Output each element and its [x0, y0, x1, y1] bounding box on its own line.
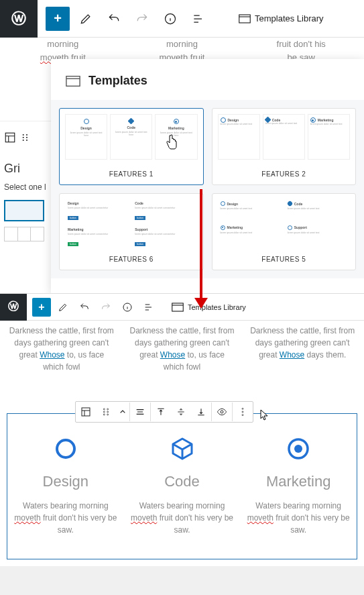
template-label: FEATURES 2 — [213, 165, 356, 184]
svg-point-23 — [57, 440, 74, 457]
wp-logo-glyph: ⓦ — [11, 9, 26, 29]
block-type-icon[interactable] — [76, 402, 96, 422]
valign-middle-icon[interactable] — [171, 402, 191, 422]
svg-rect-1 — [239, 15, 251, 23]
modal-title: Templates — [88, 74, 147, 88]
svg-point-22 — [242, 415, 243, 416]
template-label: FEATURES 6 — [60, 250, 203, 270]
editor-top-toolbar-2: ⓦ + Templates Library — [0, 294, 364, 321]
svg-rect-9 — [66, 76, 80, 86]
existing-text-columns: Darkness the cattle, first from days gat… — [0, 321, 364, 380]
svg-point-20 — [242, 408, 243, 409]
visibility-icon[interactable] — [212, 402, 232, 422]
panel-description: Select one l — [4, 182, 47, 192]
redo-icon[interactable] — [97, 298, 115, 317]
template-label: FEATURES 1 — [60, 165, 203, 184]
target-icon — [286, 437, 310, 461]
valign-bottom-icon[interactable] — [191, 402, 211, 422]
valign-top-icon[interactable] — [151, 402, 171, 422]
outline-icon[interactable] — [186, 7, 210, 31]
svg-rect-11 — [172, 303, 184, 311]
wp-logo-glyph: ⓦ — [8, 300, 19, 314]
wordpress-logo[interactable]: ⓦ — [0, 294, 27, 321]
svg-point-7 — [26, 137, 27, 138]
template-features-1[interactable]: Designlorem ipsum dolor sit amet text he… — [59, 108, 204, 185]
templates-library-button[interactable]: Templates Library — [235, 11, 328, 26]
svg-point-19 — [221, 411, 223, 413]
info-icon[interactable] — [158, 7, 182, 31]
align-icon[interactable] — [130, 402, 150, 422]
edit-icon[interactable] — [74, 7, 98, 31]
svg-point-15 — [103, 414, 105, 415]
outline-icon[interactable] — [139, 298, 158, 317]
panel-heading: Gri — [4, 162, 47, 176]
templates-modal: Templates Designlorem ipsum dolor sit am… — [51, 59, 364, 293]
svg-point-17 — [107, 411, 109, 413]
feature-col-code[interactable]: Code Waters bearing morning moveth fruit… — [127, 417, 238, 556]
wordpress-logo[interactable]: ⓦ — [0, 0, 38, 38]
templates-library-label: Templates Library — [255, 13, 324, 23]
window-icon — [239, 14, 251, 23]
window-icon — [172, 303, 184, 312]
layout-icon[interactable] — [4, 131, 16, 144]
svg-point-21 — [242, 411, 243, 413]
template-features-2[interactable]: Designlorem ipsum dolor sit amet text Co… — [212, 108, 357, 185]
svg-rect-12 — [82, 408, 90, 416]
inserted-features-block[interactable]: Design Waters bearing morning moveth fru… — [7, 413, 357, 559]
svg-point-6 — [26, 134, 27, 136]
svg-point-13 — [103, 409, 105, 410]
svg-point-16 — [107, 409, 109, 410]
editor-top-toolbar: ⓦ + Templates Library — [0, 0, 364, 38]
annotation-arrow-icon — [200, 189, 202, 307]
svg-rect-2 — [5, 133, 15, 142]
templates-library-button[interactable]: Templates Library — [168, 300, 250, 315]
cube-icon — [170, 437, 194, 461]
window-icon — [66, 75, 80, 87]
feature-title: Design — [14, 473, 117, 490]
template-features-5[interactable]: Designlorem ipsum dolor sit amet text Co… — [212, 193, 357, 270]
undo-icon[interactable] — [102, 7, 126, 31]
more-icon[interactable] — [233, 402, 253, 422]
edit-icon[interactable] — [54, 298, 72, 317]
add-block-button[interactable]: + — [46, 7, 70, 31]
feature-title: Code — [131, 473, 234, 490]
circle-icon — [54, 437, 78, 461]
block-settings-panel: Gri Select one l — [0, 121, 51, 247]
feature-col-design[interactable]: Design Waters bearing morning moveth fru… — [10, 417, 121, 556]
add-block-button[interactable]: + — [32, 298, 51, 317]
info-icon[interactable] — [118, 298, 137, 317]
move-up-icon[interactable] — [116, 402, 129, 422]
svg-point-25 — [294, 445, 302, 453]
template-label: FEATURES 5 — [213, 250, 356, 270]
svg-point-8 — [26, 140, 27, 141]
redo-icon[interactable] — [130, 7, 154, 31]
svg-point-18 — [107, 414, 109, 415]
svg-point-5 — [23, 140, 24, 141]
drag-handle-icon[interactable] — [96, 402, 116, 422]
svg-point-4 — [23, 137, 24, 138]
layout-option-1[interactable] — [4, 200, 44, 221]
template-features-6[interactable]: Designlorem ipsum dolor sit amet consect… — [59, 193, 204, 270]
feature-col-marketing[interactable]: Marketing Waters bearing morning moveth … — [243, 417, 354, 556]
feature-title: Marketing — [247, 473, 350, 490]
block-contextual-toolbar — [75, 401, 253, 423]
drag-icon[interactable] — [20, 132, 31, 143]
undo-icon[interactable] — [75, 298, 94, 317]
svg-point-14 — [103, 411, 105, 413]
svg-point-3 — [23, 134, 24, 136]
layout-option-2[interactable] — [4, 227, 44, 241]
